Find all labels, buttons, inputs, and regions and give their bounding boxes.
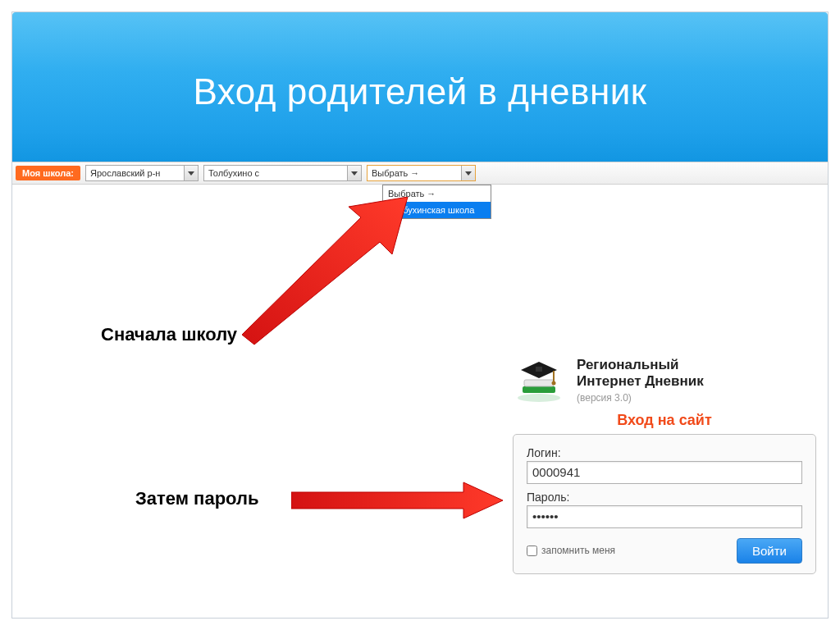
svg-marker-4 — [291, 482, 503, 518]
remember-checkbox[interactable] — [527, 546, 537, 556]
my-school-label: Моя школа: — [16, 166, 80, 180]
login-area: Региональный Интернет Дневник (версия 3.… — [513, 357, 816, 574]
school-select[interactable]: Выбрать → — [367, 165, 476, 181]
school-selector-bar: Моя школа: Ярославский р-н Толбухино с В… — [12, 162, 828, 185]
login-heading: Вход на сайт — [513, 412, 816, 429]
brand-line1: Региональный — [577, 357, 679, 372]
svg-rect-6 — [523, 386, 555, 393]
password-input[interactable] — [527, 505, 802, 528]
slide-title: Вход родителей в дневник — [12, 71, 828, 112]
svg-marker-0 — [188, 171, 194, 176]
password-label: Пароль: — [527, 491, 802, 504]
caption-first-school: Сначала школу — [101, 324, 237, 345]
arrow-to-school-icon — [234, 197, 414, 353]
svg-marker-2 — [465, 171, 472, 176]
svg-marker-3 — [242, 197, 408, 345]
brand-text: Региональный Интернет Дневник (версия 3.… — [577, 357, 704, 404]
login-box: Логин: Пароль: запомнить меня Войти — [513, 434, 816, 574]
locality-select[interactable]: Толбухино с — [203, 165, 362, 181]
app-logo-icon — [513, 357, 565, 403]
remember-label: запомнить меня — [541, 545, 615, 556]
arrow-to-password-icon — [291, 480, 504, 521]
svg-point-11 — [552, 381, 556, 386]
school-value: Выбрать → — [372, 168, 419, 178]
login-label: Логин: — [527, 446, 802, 459]
chevron-down-icon — [461, 166, 475, 180]
brand-version: (версия 3.0) — [577, 392, 704, 404]
slide-frame: Вход родителей в дневник Моя школа: Ярос… — [11, 11, 829, 619]
remember-me[interactable]: запомнить меня — [527, 545, 615, 556]
brand-line2: Интернет Дневник — [577, 373, 704, 390]
svg-rect-9 — [536, 367, 542, 372]
login-input[interactable] — [527, 461, 802, 484]
chevron-down-icon — [184, 166, 198, 180]
region-select[interactable]: Ярославский р-н — [85, 165, 199, 181]
svg-rect-7 — [524, 380, 554, 386]
login-button[interactable]: Войти — [737, 538, 802, 564]
svg-point-5 — [518, 394, 560, 402]
svg-marker-1 — [351, 171, 358, 176]
region-value: Ярославский р-н — [90, 168, 160, 178]
chevron-down-icon — [347, 166, 361, 180]
brand-row: Региональный Интернет Дневник (версия 3.… — [513, 357, 816, 404]
caption-then-password: Затем пароль — [135, 488, 258, 509]
locality-value: Толбухино с — [208, 168, 259, 178]
